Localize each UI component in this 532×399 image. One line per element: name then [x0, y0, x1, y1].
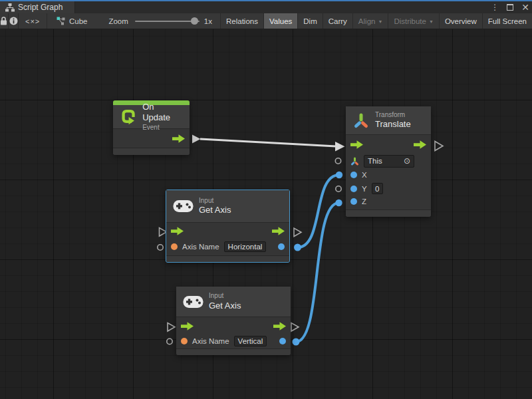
info-icon	[9, 17, 18, 25]
axis-name-port-dot[interactable]	[171, 243, 178, 250]
dim-button[interactable]: Dim	[297, 13, 322, 29]
axis-name-port-dot[interactable]	[181, 338, 188, 344]
inspect-button[interactable]	[9, 13, 19, 29]
axis-name-row: Axis Name Horizontal	[166, 239, 289, 255]
this-object-field[interactable]: This ⊙	[364, 155, 414, 168]
value-output-dot[interactable]	[278, 243, 285, 250]
node-title: Get Axis	[199, 205, 231, 215]
node-title: On Update	[142, 102, 183, 124]
exec-arrow-icon	[273, 322, 286, 331]
full-screen-button[interactable]: Full Screen	[482, 13, 532, 29]
zoom-value: 1x	[204, 17, 212, 25]
graph-target-label: Cube	[69, 17, 88, 25]
code-preview-button[interactable]: <×>	[19, 13, 47, 29]
graph-toolbar: <×> Cube Zoom 1x Relations Values Dim Ca…	[0, 13, 532, 29]
exec-arrow-icon	[272, 227, 285, 235]
update-loop-icon	[120, 108, 137, 126]
axis-name-row: Axis Name Vertical	[176, 335, 291, 348]
exec-row	[176, 317, 291, 335]
unity-script-graph-window: Script Graph ⋮ ✕ <×>	[0, 0, 532, 399]
node-header: Input Get Axis	[176, 287, 291, 317]
y-value-field[interactable]: 0	[372, 183, 383, 194]
zoom-control: Zoom 1x	[94, 13, 220, 29]
distribute-dropdown[interactable]: Distribute ▼	[388, 13, 439, 29]
gamepad-icon	[183, 295, 203, 309]
axis-name-field[interactable]: Horizontal	[224, 241, 267, 252]
node-get-axis-vertical[interactable]: Input Get Axis Axis Name Vertical	[176, 287, 291, 355]
gamepad-icon	[173, 200, 194, 213]
node-transform-translate[interactable]: Transform Translate This ⊙ X	[346, 106, 431, 217]
node-title: Translate	[375, 119, 411, 130]
tab-script-graph[interactable]: Script Graph	[0, 1, 75, 13]
lock-icon	[0, 17, 7, 25]
port-translate-z-input[interactable]	[335, 200, 342, 206]
node-header: On Update Event	[113, 105, 190, 129]
exec-row	[346, 135, 431, 154]
object-picker-icon[interactable]: ⊙	[404, 156, 410, 166]
node-title: Get Axis	[209, 301, 241, 311]
exec-row	[166, 223, 289, 239]
transform-mini-icon	[350, 157, 359, 166]
node-category: Transform	[375, 111, 411, 120]
toolbar-buttons: Relations Values Dim Carry Align ▼ Distr…	[220, 13, 532, 29]
port-getaxis-h-value-output[interactable]	[294, 244, 301, 251]
relations-button[interactable]: Relations	[220, 13, 263, 29]
focus-accent-strip	[0, 0, 532, 1]
x-input-row: X	[346, 168, 431, 182]
y-port-dot[interactable]	[350, 186, 357, 192]
x-port-dot[interactable]	[350, 172, 357, 178]
close-button[interactable]: ✕	[521, 3, 529, 12]
exec-arrow-icon	[171, 227, 184, 235]
transform-icon	[352, 112, 370, 129]
maximize-button[interactable]	[507, 4, 513, 11]
exec-arrow-icon	[350, 140, 363, 149]
z-input-row: Z	[346, 196, 431, 209]
axis-name-field[interactable]: Vertical	[234, 336, 267, 346]
node-on-update-event[interactable]: On Update Event	[113, 100, 190, 155]
values-button[interactable]: Values	[263, 13, 297, 29]
node-subtitle: Event	[142, 124, 183, 132]
node-footer	[113, 148, 190, 155]
exec-arrow-icon	[181, 322, 194, 331]
align-dropdown[interactable]: Align ▼	[352, 13, 388, 29]
zoom-slider-track	[135, 21, 200, 22]
carry-button[interactable]: Carry	[323, 13, 352, 29]
y-input-row: Y 0	[346, 182, 431, 196]
z-port-dot[interactable]	[350, 198, 357, 205]
zoom-label: Zoom	[108, 17, 128, 25]
window-controls: ⋮ ✕	[491, 1, 529, 13]
node-footer	[166, 255, 289, 262]
zoom-slider-handle[interactable]	[191, 17, 198, 25]
node-get-axis-horizontal[interactable]: Input Get Axis Axis Name Horizontal	[166, 190, 290, 263]
lock-button[interactable]	[0, 13, 9, 29]
exec-output-row	[113, 129, 190, 148]
node-header: Input Get Axis	[166, 190, 289, 223]
overview-button[interactable]: Overview	[439, 13, 482, 29]
zoom-slider[interactable]	[135, 13, 200, 29]
port-translate-x-input[interactable]	[336, 172, 342, 178]
graph-target-icon	[57, 17, 65, 25]
tab-title: Script Graph	[18, 3, 63, 12]
this-input-row: This ⊙	[346, 154, 431, 168]
window-titlebar: Script Graph ⋮ ✕	[0, 0, 532, 13]
node-category: Input	[199, 197, 231, 205]
node-footer	[176, 348, 291, 355]
window-menu-button[interactable]: ⋮	[491, 3, 499, 11]
value-output-dot[interactable]	[279, 338, 286, 344]
exec-arrow-icon	[172, 134, 185, 143]
chevron-down-icon: ▼	[429, 19, 434, 24]
graph-target[interactable]: Cube	[47, 13, 94, 29]
port-getaxis-v-value-output[interactable]	[293, 338, 300, 346]
node-header: Transform Translate	[346, 106, 431, 135]
node-footer	[346, 209, 431, 217]
code-icon: <×>	[25, 17, 40, 25]
chevron-down-icon: ▼	[378, 19, 382, 24]
node-category: Input	[209, 292, 241, 301]
exec-arrow-icon	[414, 140, 426, 149]
graph-hierarchy-icon	[5, 3, 15, 12]
